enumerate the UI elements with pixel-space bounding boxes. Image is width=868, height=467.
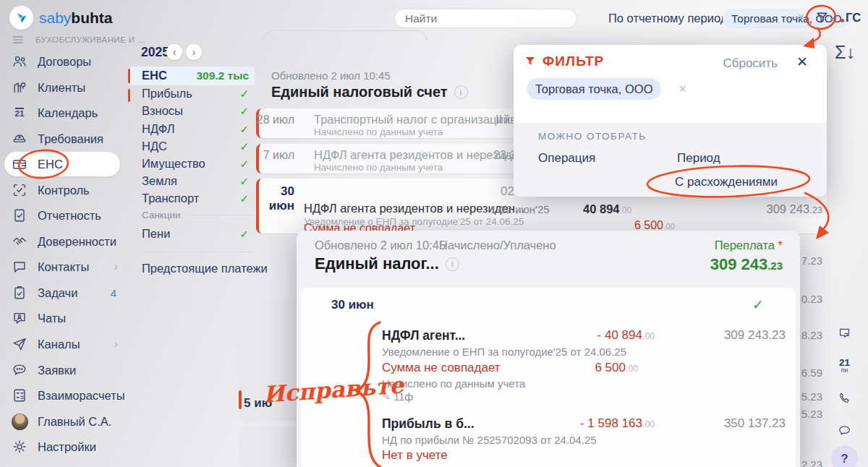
group-right-partial: 02 [501, 184, 514, 199]
filter-option-discrepancies[interactable]: С расхождениями [675, 175, 778, 189]
filter-org-chip[interactable]: Торговая точка, ООО [527, 78, 661, 100]
tax-row-transport[interactable]: Транспорт✓ [130, 189, 255, 207]
op-row-amount: - 1 598 163.00 [580, 416, 655, 431]
tax-label: Земля [130, 174, 177, 188]
sidebar-item-label: Чаты [38, 312, 66, 325]
calculator-icon [11, 387, 28, 404]
gear-icon [11, 438, 28, 455]
sum-sort-button[interactable]: Σ↓ [835, 42, 855, 63]
tax-label: Взносы [130, 104, 183, 118]
sidebar-item-doverennosti[interactable]: Доверенности [0, 228, 127, 254]
filter-reset-link[interactable]: Сбросить [723, 56, 778, 71]
sidebar-item-ens[interactable]: ЕНС [0, 151, 127, 177]
close-icon[interactable]: ✕ [796, 53, 808, 70]
sidebar-item-zayavki[interactable]: Заявки [0, 357, 127, 383]
pencil-icon: ✎ [382, 391, 391, 403]
sum-sort-icon: Σ↓ [835, 42, 855, 62]
op-row-title[interactable]: Прибыль в б... [382, 416, 475, 432]
sidebar-item-label: Договоры [38, 55, 91, 69]
sidebar-item-label: Контроль [38, 184, 90, 197]
check-brackets-icon [11, 181, 28, 199]
op-row-error: Нет в учете [382, 448, 448, 463]
info-icon[interactable]: i [454, 85, 468, 99]
tax-label: НДС [130, 140, 167, 153]
upcoming-payments-label: Предстоящие платежи [142, 262, 268, 275]
chat-icon [11, 258, 28, 275]
tax-row-vznosy[interactable]: Взносы✓ [130, 102, 255, 120]
tax-label: ЕНС [130, 69, 167, 82]
sidebar-item-label: Каналы [38, 338, 80, 351]
handshake-icon [11, 233, 28, 250]
notes-button[interactable] [831, 320, 858, 346]
op-row-tag[interactable]: ✎ 11ф [382, 391, 413, 403]
search-input[interactable] [394, 9, 577, 28]
tax-row-ndfl[interactable]: НДФЛ✓ [130, 120, 255, 138]
phone-icon [838, 391, 851, 405]
tax-row-imushchestvo[interactable]: Имущество✓ [130, 155, 255, 173]
filter-option-operation[interactable]: Операция [538, 151, 595, 166]
chat-button[interactable] [831, 417, 858, 444]
group-by-control[interactable]: По отчетному периоду ▸ [608, 12, 741, 25]
edge-number: 2.23 [801, 458, 822, 467]
filter-title: ФИЛЬТР [542, 53, 604, 69]
content-panel-top-edge [263, 30, 427, 41]
sidebar-item-kalendar[interactable]: 21Календарь [0, 100, 127, 126]
op-row-saldo: 350 137.23 [724, 416, 786, 431]
sidebar-item-nastroyki[interactable]: Настройки [0, 434, 127, 460]
edge-number: 6.59 [801, 367, 822, 379]
sidebar-item-dogovory[interactable]: Договоры [0, 48, 127, 74]
user-initials-badge[interactable]: ГС [841, 11, 861, 25]
page-title: Единый налоговый счет [271, 84, 448, 100]
filter-chip-close-icon[interactable]: ✕ [678, 83, 687, 95]
check-icon: ✓ [239, 228, 249, 241]
updated-timestamp: Обновлено 2 июл 10:45 [271, 69, 391, 82]
year-prev-button[interactable]: ‹ [166, 44, 182, 60]
tax-label: НДФЛ [130, 122, 175, 136]
phone-button[interactable] [831, 385, 858, 411]
info-icon[interactable]: i [446, 257, 459, 271]
accounting-section-row[interactable]: БУХОБСЛУЖИВАНИЕ И ... [11, 33, 145, 47]
sidebar-item-trebovaniya[interactable]: Требования [0, 126, 127, 152]
help-button[interactable]: ? [831, 445, 858, 467]
sidebar: sabybuhta БУХОБСЛУЖИВАНИЕ И ... Договоры… [0, 0, 127, 467]
tax-row-peni[interactable]: Пени✓ [130, 225, 255, 243]
sidebar-item-kontrol[interactable]: Контроль [0, 177, 127, 203]
filter-title-row: ФИЛЬТР [524, 53, 604, 69]
sidebar-item-kanaly[interactable]: Каналы› [0, 331, 127, 357]
logo-buhta-text: buhta [71, 9, 112, 26]
op-row-title[interactable]: НДФЛ агент... [382, 328, 465, 343]
tax-row-ens[interactable]: ЕНС309.2 тыс [130, 67, 255, 85]
sidebar-item-kontakty[interactable]: Контакты› [0, 254, 127, 280]
chevron-right-icon: › [114, 260, 118, 274]
sidebar-item-label: Взаиморасчеты [38, 389, 125, 403]
filter-funnel-button[interactable] [814, 10, 830, 28]
tax-row-nds[interactable]: НДС✓ [130, 137, 255, 155]
sidebar-item-klienty[interactable]: Клиенты [0, 74, 127, 100]
check-icon: ✓ [239, 105, 249, 118]
note-icon [838, 326, 851, 340]
cap-icon [11, 130, 28, 147]
calendar-weekday: пн [841, 367, 848, 374]
sidebar-item-otchetnost[interactable]: Отчетность [0, 202, 127, 228]
org-filter-chip[interactable]: Торговая точка, ООО [723, 9, 851, 28]
upcoming-payments-link[interactable]: Предстоящие платежи [142, 262, 268, 275]
year-next-button[interactable]: › [186, 44, 202, 60]
saby-logo-icon [9, 6, 33, 30]
sidebar-item-vzaimoraschety[interactable]: Взаиморасчеты [0, 382, 127, 408]
user-avatar [11, 413, 28, 430]
org-chip-close-icon[interactable]: ✕ [797, 12, 805, 22]
sidebar-item-profile[interactable]: Главный С.А. [0, 408, 127, 434]
calendar-21-icon: 21 [11, 104, 28, 121]
tax-row-zemlya[interactable]: Земля✓ [130, 172, 255, 190]
check-icon: ✓ [239, 87, 249, 100]
sidebar-item-zadachi[interactable]: Задачи4 [0, 280, 127, 306]
filter-option-period[interactable]: Период [677, 151, 720, 166]
calendar-button[interactable]: 21 пн [831, 352, 858, 379]
divider [142, 252, 253, 252]
sidebar-item-chaty[interactable]: Чаты [0, 305, 127, 331]
divider [187, 215, 253, 215]
tax-row-pribyl[interactable]: Прибыль✓ [130, 85, 255, 103]
app-logo[interactable]: sabybuhta [9, 6, 113, 30]
group-amount: 40 894.00 [583, 202, 631, 216]
edge-number: 0.23 [801, 293, 822, 305]
